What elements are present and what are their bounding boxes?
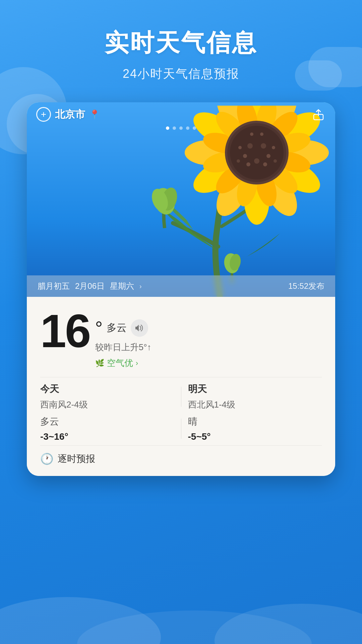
location-area: + 北京市 📍 [36,107,100,122]
svg-point-42 [272,146,275,149]
publish-time: 15:52发布 [288,281,324,291]
weather-card: + 北京市 📍 [27,102,335,476]
gregorian-date: 2月06日 [75,281,105,291]
svg-point-38 [266,154,270,158]
air-quality-arrow: › [136,359,138,368]
svg-point-40 [263,162,267,166]
lunar-date: 腊月初五 [38,281,70,291]
forecast-row: 今天 西南风2-4级 明天 西北风1-4级 [40,377,322,414]
temp-unit: ° [95,317,103,339]
card-topbar: + 北京市 📍 [27,102,335,126]
svg-point-35 [261,143,266,149]
dot-1 [166,126,169,130]
tomorrow-temp-range: -5~5° [188,431,322,442]
hero-subtitle: 24小时天气信息预报 [123,66,239,82]
dot-2 [173,126,176,130]
temperature-row: 16 ° 多云 较昨日上升5°↑ 🌿 [40,308,322,369]
add-location-button[interactable]: + [36,107,51,122]
temp-change: 较昨日上升5°↑ [95,341,152,353]
temp-unit-row: ° 多云 [95,317,152,339]
weekday: 星期六 [110,281,134,291]
today-forecast: 今天 西南风2-4级 [40,383,174,411]
date-bar[interactable]: 腊月初五 2月06日 星期六 › 15:52发布 [27,275,335,297]
clock-icon: 🕐 [40,452,54,465]
hourly-bar[interactable]: 🕐 逐时预报 [40,445,322,467]
condition-temp-row: 多云 -3~16° 晴 -5~5° [40,414,322,445]
svg-point-39 [243,154,247,158]
tomorrow-forecast: 明天 西北风1-4级 [188,383,322,411]
sunflower-image [113,106,335,297]
svg-point-36 [247,143,253,149]
weather-condition: 多云 [107,321,127,335]
svg-point-34 [230,126,284,179]
hero-title: 实时天气信息 [105,27,257,59]
dot-4 [186,126,189,130]
weather-info-section: 16 ° 多云 较昨日上升5°↑ 🌿 [27,297,335,476]
tomorrow-wind: 西北风1-4级 [188,399,322,411]
sound-button[interactable] [131,319,148,337]
today-condition-col: 多云 -3~16° [40,415,174,442]
air-quality[interactable]: 🌿 空气优 › [95,357,152,369]
date-info: 腊月初五 2月06日 星期六 › [38,281,142,291]
location-name: 北京市 [55,108,85,121]
today-wind: 西南风2-4级 [40,399,174,411]
svg-point-43 [238,146,242,149]
page-content: 实时天气信息 24小时天气信息预报 [0,0,362,476]
forecast-divider [181,387,181,407]
svg-point-41 [246,162,250,166]
tomorrow-label: 明天 [188,383,322,395]
page-dots [166,126,196,130]
mountain-decoration [0,543,362,644]
today-temp-range: -3~16° [40,431,174,442]
dot-5 [193,126,196,130]
plus-icon: + [41,109,46,120]
svg-point-44 [260,132,263,136]
svg-point-37 [254,158,259,164]
svg-point-45 [250,132,253,136]
dot-3 [179,126,183,130]
tomorrow-condition-col: 晴 -5~5° [188,415,322,442]
share-button[interactable] [311,107,326,122]
date-arrow-icon: › [139,282,142,290]
card-image-area: + 北京市 📍 [27,102,335,297]
condition-divider [181,419,181,439]
svg-point-47 [237,159,240,163]
hourly-label: 逐时预报 [58,452,95,465]
temperature-details: ° 多云 较昨日上升5°↑ 🌿 空气优 › [95,317,152,369]
today-label: 今天 [40,383,174,395]
today-condition: 多云 [40,415,174,428]
svg-point-46 [274,159,277,163]
air-quality-text: 空气优 [107,357,133,369]
tomorrow-condition: 晴 [188,415,322,428]
location-pin-icon: 📍 [89,109,100,120]
temperature-value: 16 [40,308,90,355]
leaf-icon: 🌿 [95,359,104,368]
